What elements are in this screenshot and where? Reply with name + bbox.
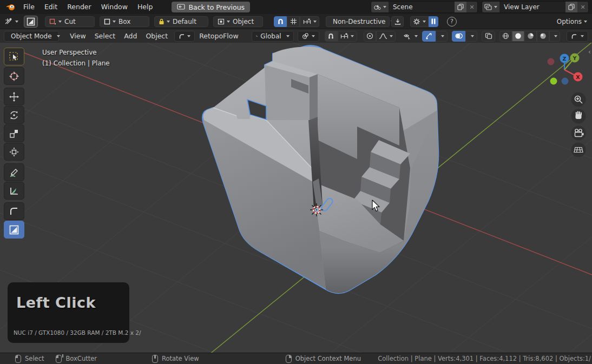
proportional-edit-toggle[interactable] <box>364 31 376 42</box>
behavior-dropdown[interactable]: Non-Destructive <box>326 16 390 27</box>
tool-select-box[interactable] <box>4 48 24 65</box>
ortho-toggle-button[interactable] <box>571 143 586 157</box>
scene-stats: Collection | Plane | Verts:4,301 | Faces… <box>378 353 592 364</box>
tool-measure[interactable] <box>4 182 24 200</box>
gizmos-dropdown[interactable] <box>436 31 448 42</box>
scene-browse-button[interactable] <box>371 2 389 12</box>
back-wall-side-face <box>310 74 318 120</box>
grid-snap-button[interactable] <box>287 16 300 27</box>
gizmo-axis-neg-x[interactable] <box>548 58 555 65</box>
mouse-left-icon <box>15 355 21 363</box>
menu-view[interactable]: View <box>65 29 90 43</box>
increment-snap-dropdown[interactable] <box>300 16 319 27</box>
pivot-target-dropdown[interactable]: Object <box>213 16 263 27</box>
rendered-shading-icon <box>540 32 547 39</box>
view-layer-unlink-button[interactable]: ✕ <box>577 2 588 12</box>
zoom-button[interactable] <box>571 92 586 107</box>
view-layer-copy-button[interactable] <box>565 2 577 12</box>
overlays-toggle[interactable] <box>452 31 465 42</box>
magnet-icon <box>277 18 284 25</box>
hint-select: Select <box>25 355 44 362</box>
sidebar-collapse-arrow[interactable]: ‹ <box>588 48 591 56</box>
tool-fallback-dropdown[interactable] <box>174 31 195 42</box>
mouse-right-icon <box>286 355 292 363</box>
menu-window[interactable]: Window <box>96 0 133 14</box>
copy-icon <box>457 4 464 10</box>
hint-context-menu: Object Context Menu <box>295 355 361 362</box>
menu-help[interactable]: Help <box>133 0 158 14</box>
gizmo-axis-neg-z[interactable] <box>562 78 569 85</box>
blender-logo-icon[interactable] <box>5 3 15 11</box>
active-object-label: (1) Collection | Plane <box>42 58 110 69</box>
menu-edit[interactable]: Edit <box>40 0 62 14</box>
view-layer-browse-button[interactable] <box>482 2 499 12</box>
gizmos-toggle[interactable] <box>422 31 436 42</box>
overlays-icon <box>455 32 463 39</box>
menu-select[interactable]: Select <box>90 29 120 43</box>
tool-corner-shape[interactable] <box>4 202 24 220</box>
overlays-dropdown[interactable] <box>465 31 477 42</box>
pivot-point-dropdown[interactable] <box>298 31 319 42</box>
tool-rotate[interactable] <box>4 106 24 124</box>
shading-wireframe-button[interactable] <box>499 31 512 42</box>
mode-dropdown[interactable]: Object Mode <box>4 31 59 42</box>
import-shape-button[interactable] <box>391 16 404 27</box>
scene-unlink-button[interactable]: ✕ <box>466 2 477 12</box>
cursor-3d[interactable] <box>310 203 323 216</box>
shading-rendered-button[interactable] <box>537 31 549 42</box>
object-visibility-dropdown[interactable] <box>403 31 418 42</box>
cut-mode-dropdown[interactable]: Cut <box>45 16 95 27</box>
menu-file[interactable]: File <box>18 0 40 14</box>
shape-dropdown[interactable]: Box <box>100 16 149 27</box>
help-button[interactable]: ? <box>447 17 457 27</box>
model-object[interactable] <box>202 45 438 293</box>
pause-toggle-button[interactable] <box>429 16 438 27</box>
menu-render[interactable]: Render <box>62 0 96 14</box>
mouse-middle-icon <box>152 355 158 363</box>
hint-boxcutter: BoxCutter <box>65 355 97 362</box>
scene-selector[interactable]: Scene ✕ <box>371 1 478 13</box>
shading-material-button[interactable] <box>524 31 537 42</box>
view-layer-selector[interactable]: View Layer ✕ <box>482 1 589 13</box>
object-origin-icon <box>218 18 225 25</box>
editor-type-selector[interactable] <box>4 16 18 27</box>
snap-target-dropdown[interactable] <box>338 31 357 42</box>
active-tool-header-dropdown[interactable] <box>567 31 588 42</box>
camera-view-button[interactable] <box>571 126 586 141</box>
navigation-gizmo[interactable]: Z Y X <box>548 54 583 85</box>
options-dropdown[interactable]: Options <box>557 16 587 27</box>
scene-copy-button[interactable] <box>455 2 466 12</box>
menu-add[interactable]: Add <box>120 29 141 43</box>
pivot-point-icon <box>302 32 309 39</box>
shading-dropdown[interactable] <box>549 31 560 42</box>
orientation-dropdown[interactable]: Global <box>252 31 294 42</box>
back-to-previous-button[interactable]: Back to Previous <box>172 2 250 12</box>
gizmo-x-label: X <box>576 74 580 80</box>
tool-transform[interactable] <box>4 143 24 161</box>
scene-name-field[interactable]: Scene <box>389 2 455 12</box>
shading-solid-button[interactable] <box>512 31 524 42</box>
viewport-3d[interactable]: Z Y X <box>0 43 592 353</box>
tool-annotate[interactable] <box>4 163 24 181</box>
mouse-left-drag-icon <box>56 355 62 363</box>
preset-dropdown[interactable]: Default <box>154 16 208 27</box>
snap-toggle-button-viewport[interactable] <box>325 31 338 42</box>
menu-retopoflow[interactable]: RetopoFlow <box>195 29 242 43</box>
tool-cursor[interactable] <box>4 67 24 85</box>
view-layer-name-field[interactable]: View Layer <box>499 2 565 12</box>
view-name-label: User Perspective <box>42 47 110 58</box>
grid-snap-icon <box>290 18 297 25</box>
tool-scale[interactable] <box>4 124 24 142</box>
gizmo-axis-neg-y[interactable] <box>550 78 557 85</box>
xray-toggle[interactable] <box>482 31 495 42</box>
tool-move[interactable] <box>4 88 24 105</box>
falloff-dropdown[interactable] <box>376 31 396 42</box>
menu-object[interactable]: Object <box>141 29 172 43</box>
pan-button[interactable] <box>571 109 586 124</box>
settings-dropdown[interactable] <box>410 16 429 27</box>
tool-boxcutter-active[interactable] <box>4 221 24 239</box>
gear-icon <box>413 18 420 25</box>
active-tool-boxcutter-button[interactable] <box>24 16 38 28</box>
snap-toggle-button[interactable] <box>274 16 287 27</box>
tool-settings-bar: Cut Box Default Object <box>0 14 592 29</box>
